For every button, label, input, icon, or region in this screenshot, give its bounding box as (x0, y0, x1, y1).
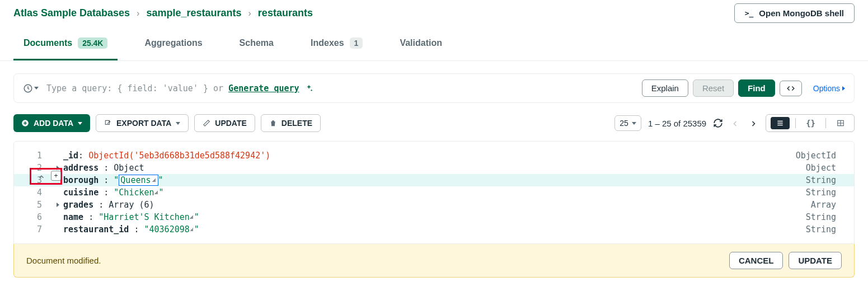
export-icon (104, 119, 112, 127)
open-shell-button[interactable]: >_ Open MongoDB shell (734, 3, 855, 23)
breadcrumb-db[interactable]: Atlas Sample Databases (13, 7, 130, 19)
expand-gutter[interactable] (52, 203, 63, 207)
chevron-right-icon: › (137, 8, 139, 18)
toolbar: ADD DATA EXPORT DATA UPDATE DELETE 25 1 … (0, 103, 868, 141)
modified-footer: Document modified. CANCEL UPDATE (13, 244, 855, 278)
export-data-button[interactable]: EXPORT DATA (96, 114, 189, 132)
tabs: Documents 25.4K Aggregations Schema Inde… (0, 26, 868, 61)
tab-label: Validation (400, 38, 442, 48)
field-value-input[interactable]: Queens (119, 175, 158, 186)
line-number: 1 (14, 151, 52, 161)
trash-icon (269, 119, 277, 127)
tab-schema[interactable]: Schema (229, 26, 284, 60)
doc-line-address[interactable]: 2address : ObjectObject (14, 162, 854, 174)
line-content[interactable]: _id: ObjectId('5eb3d668b31de5d588f42942'… (63, 151, 796, 161)
add-data-button[interactable]: ADD DATA (13, 114, 90, 132)
field-type: Object (806, 163, 845, 173)
line-content[interactable]: restaurant_id : "40362098" (63, 224, 806, 234)
view-toggle: {} (766, 114, 855, 132)
next-page-button[interactable] (748, 118, 759, 129)
tab-documents[interactable]: Documents 25.4K (13, 26, 118, 60)
document-panel: + 1_id: ObjectId('5eb3d668b31de5d588f429… (13, 141, 855, 244)
line-number: 6 (14, 212, 52, 222)
tab-label: Schema (240, 38, 274, 48)
doc-line-cuisine[interactable]: 4cuisine : "Chicken"String (14, 186, 854, 199)
collapse-icon[interactable] (37, 171, 45, 181)
line-content[interactable]: grades : Array (6) (63, 200, 811, 210)
plus-circle-icon (21, 119, 29, 127)
line-number: 7 (14, 224, 52, 234)
field-type: String (806, 212, 845, 222)
footer-message: Document modified. (26, 256, 101, 265)
breadcrumb-collection-group[interactable]: sample_restaurants (146, 7, 241, 19)
tab-label: Aggregations (144, 38, 202, 48)
delete-button[interactable]: DELETE (261, 114, 321, 132)
query-bar: Type a query: { field: 'value' } or Gene… (13, 73, 855, 103)
open-shell-label: Open MongoDB shell (759, 8, 844, 18)
field-type: Array (811, 200, 845, 210)
explain-button[interactable]: Explain (642, 79, 688, 97)
line-number: 4 (14, 187, 52, 198)
options-link[interactable]: Options (813, 84, 845, 93)
tab-badge: 1 (350, 37, 363, 49)
view-json-button[interactable]: {} (801, 116, 820, 130)
tab-label: Indexes (311, 38, 344, 48)
pencil-icon (203, 119, 210, 127)
doc-line-name[interactable]: 6name : "Harriet'S Kitchen"String (14, 211, 854, 223)
export-data-label: EXPORT DATA (116, 119, 171, 128)
add-field-button[interactable]: + (51, 171, 61, 181)
line-number: 5 (14, 200, 52, 210)
tab-indexes[interactable]: Indexes 1 (301, 26, 373, 60)
history-icon[interactable] (23, 83, 39, 93)
query-input[interactable]: Type a query: { field: 'value' } or Gene… (46, 83, 634, 93)
tab-label: Documents (24, 38, 72, 48)
sparkle-icon (304, 84, 313, 93)
tab-aggregations[interactable]: Aggregations (134, 26, 212, 60)
line-content[interactable]: name : "Harriet'S Kitchen" (63, 212, 806, 222)
breadcrumb-collection[interactable]: restaurants (258, 7, 313, 19)
doc-line-_id[interactable]: 1_id: ObjectId('5eb3d668b31de5d588f42942… (14, 149, 854, 162)
line-content[interactable]: borough : "Queens" (63, 175, 806, 185)
field-type: String (806, 187, 845, 198)
page-size-value: 25 (620, 119, 628, 128)
terminal-icon: >_ (745, 9, 754, 17)
cancel-button[interactable]: CANCEL (729, 252, 783, 269)
view-list-button[interactable] (771, 117, 790, 129)
page-size-select[interactable]: 25 (614, 115, 641, 131)
doc-line-restaurant_id[interactable]: 7restaurant_id : "40362098"String (14, 223, 854, 236)
update-label: UPDATE (215, 119, 247, 128)
breadcrumb: Atlas Sample Databases › sample_restaura… (13, 7, 313, 19)
line-content[interactable]: cuisine : "Chicken" (63, 187, 806, 198)
reset-button[interactable]: Reset (693, 79, 734, 97)
view-table-button[interactable] (832, 117, 850, 129)
field-type: String (806, 224, 845, 234)
doc-line-borough[interactable]: 3borough : "Queens"String (14, 174, 854, 186)
tab-badge: 25.4K (78, 37, 107, 49)
doc-line-grades[interactable]: 5grades : Array (6)Array (14, 199, 854, 211)
delete-label: DELETE (281, 119, 312, 128)
add-data-label: ADD DATA (34, 119, 73, 128)
tab-validation[interactable]: Validation (390, 26, 452, 60)
refresh-icon[interactable] (713, 118, 723, 128)
find-button[interactable]: Find (738, 79, 775, 97)
table-icon (836, 119, 845, 127)
line-content[interactable]: address : Object (63, 163, 806, 173)
list-icon (775, 119, 785, 127)
generate-query-link[interactable]: Generate query (228, 83, 299, 93)
options-label: Options (813, 84, 840, 93)
update-button[interactable]: UPDATE (194, 114, 255, 132)
field-type: ObjectId (796, 151, 845, 161)
page-info: 1 – 25 of 25359 (648, 119, 706, 128)
prev-page-button[interactable] (730, 118, 741, 129)
save-update-button[interactable]: UPDATE (789, 252, 842, 269)
chevron-right-icon: › (248, 8, 251, 18)
query-placeholder: Type a query: { field: 'value' } or (46, 83, 228, 93)
code-toggle-button[interactable] (780, 81, 802, 96)
field-type: String (806, 175, 845, 185)
